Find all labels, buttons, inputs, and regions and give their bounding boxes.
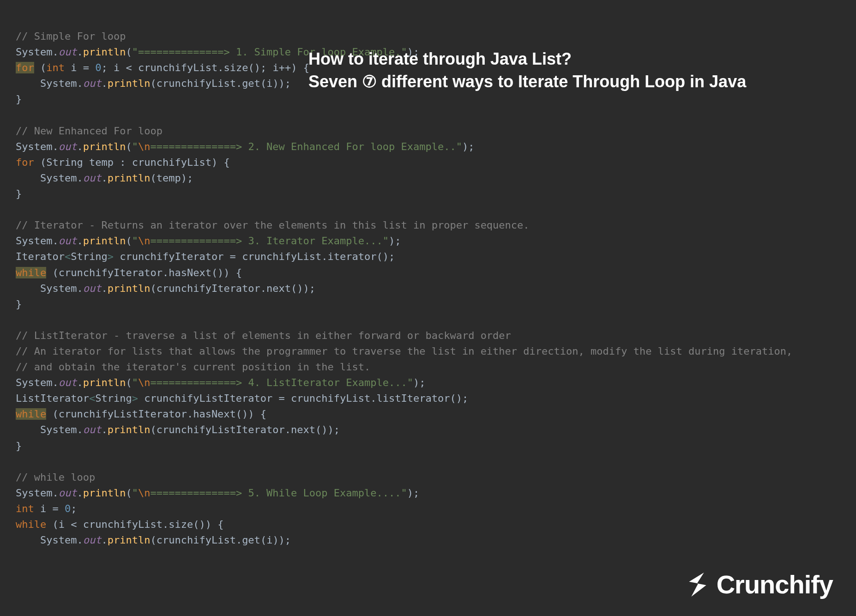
keyword-while: while (16, 267, 46, 278)
keyword-while: while (16, 408, 46, 420)
crunchify-logo-icon (683, 570, 712, 599)
overlay-title: How to iterate through Java List? Seven … (308, 48, 746, 93)
comment-line: // ListIterator - traverse a list of ele… (16, 330, 511, 341)
comment-line: // while loop (16, 471, 95, 483)
crunchify-logo-text: Crunchify (717, 569, 833, 599)
code-token: out (59, 46, 77, 58)
code-token: println (83, 46, 126, 58)
comment-line: // An iterator for lists that allows the… (16, 345, 792, 357)
comment-line: // and obtain the iterator's current pos… (16, 361, 370, 373)
keyword-for: for (16, 62, 34, 73)
comment-line: // Simple For loop (16, 30, 126, 42)
keyword-for: for (16, 157, 34, 168)
keyword-while: while (16, 519, 46, 530)
overlay-title-line1: How to iterate through Java List? (308, 48, 746, 71)
crunchify-logo: Crunchify (683, 569, 833, 599)
overlay-title-line2: Seven ⑦ different ways to Iterate Throug… (308, 71, 746, 93)
code-token: System (16, 46, 52, 58)
comment-line: // New Enhanced For loop (16, 125, 163, 137)
comment-line: // Iterator - Returns an iterator over t… (16, 219, 530, 231)
